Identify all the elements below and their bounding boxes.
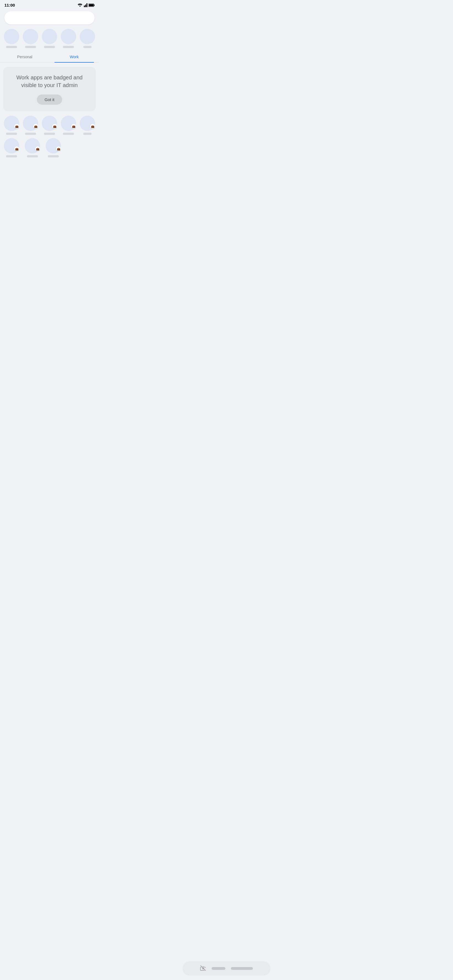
app-icon-placeholder <box>4 29 19 44</box>
work-app-row-1: 💼 💼 💼 💼 💼 <box>0 116 99 135</box>
work-app-4[interactable]: 💼 <box>60 116 77 135</box>
placeholder-app-2[interactable] <box>22 29 39 48</box>
signal-icon <box>84 3 88 7</box>
tab-personal[interactable]: Personal <box>0 51 49 62</box>
app-label <box>83 133 91 135</box>
svg-marker-1 <box>85 5 86 7</box>
app-label <box>6 155 17 158</box>
app-icon-placeholder <box>23 29 38 44</box>
battery-icon <box>89 3 94 7</box>
app-label-placeholder <box>63 46 74 48</box>
svg-rect-4 <box>94 5 94 6</box>
work-app-8[interactable]: 💼 <box>45 138 62 158</box>
wifi-icon <box>78 3 83 7</box>
work-app-5[interactable]: 💼 <box>79 116 96 135</box>
work-app-1[interactable]: 💼 <box>3 116 20 135</box>
app-icon-placeholder <box>61 29 76 44</box>
placeholder-app-5[interactable] <box>79 29 96 48</box>
status-bar: 11:00 <box>0 0 99 9</box>
info-card: Work apps are badged and visible to your… <box>3 67 96 111</box>
work-badge-icon: 💼 <box>71 124 76 129</box>
work-badge-icon: 💼 <box>35 146 40 151</box>
app-label <box>25 133 36 135</box>
placeholder-app-row-top <box>0 29 99 48</box>
app-icon-placeholder <box>80 29 95 44</box>
work-app-row-2: 💼 💼 💼 <box>0 138 99 158</box>
search-bar[interactable] <box>5 11 94 24</box>
status-icons <box>78 3 94 7</box>
work-app-7[interactable]: 💼 <box>24 138 41 158</box>
app-icon-placeholder <box>42 29 57 44</box>
app-label <box>63 133 74 135</box>
svg-marker-0 <box>84 5 85 7</box>
app-label <box>6 133 17 135</box>
placeholder-app-3[interactable] <box>41 29 58 48</box>
svg-marker-2 <box>86 3 88 7</box>
work-app-6[interactable]: 💼 <box>3 138 20 158</box>
work-badge-icon: 💼 <box>90 124 95 129</box>
app-label-placeholder <box>25 46 36 48</box>
work-app-2[interactable]: 💼 <box>22 116 39 135</box>
work-app-3[interactable]: 💼 <box>41 116 58 135</box>
got-it-button[interactable]: Got it <box>37 94 62 105</box>
svg-rect-5 <box>89 4 94 6</box>
app-label <box>44 133 55 135</box>
placeholder-app-4[interactable] <box>60 29 77 48</box>
work-badge-icon: 💼 <box>14 124 19 129</box>
work-badge-icon: 💼 <box>14 146 19 151</box>
app-label-placeholder <box>83 46 91 48</box>
app-label-placeholder <box>44 46 55 48</box>
info-card-text: Work apps are badged and visible to your… <box>9 73 90 89</box>
work-badge-icon: 💼 <box>56 146 61 151</box>
app-label <box>27 155 38 158</box>
app-label <box>48 155 59 158</box>
work-badge-icon: 💼 <box>33 124 38 129</box>
tab-work[interactable]: Work <box>49 51 99 62</box>
work-badge-icon: 💼 <box>52 124 57 129</box>
placeholder-app-1[interactable] <box>3 29 20 48</box>
tabs-container: Personal Work <box>0 51 99 63</box>
main-content: Personal Work Work apps are badged and v… <box>0 11 99 183</box>
app-label-placeholder <box>6 46 17 48</box>
status-time: 11:00 <box>5 3 15 7</box>
